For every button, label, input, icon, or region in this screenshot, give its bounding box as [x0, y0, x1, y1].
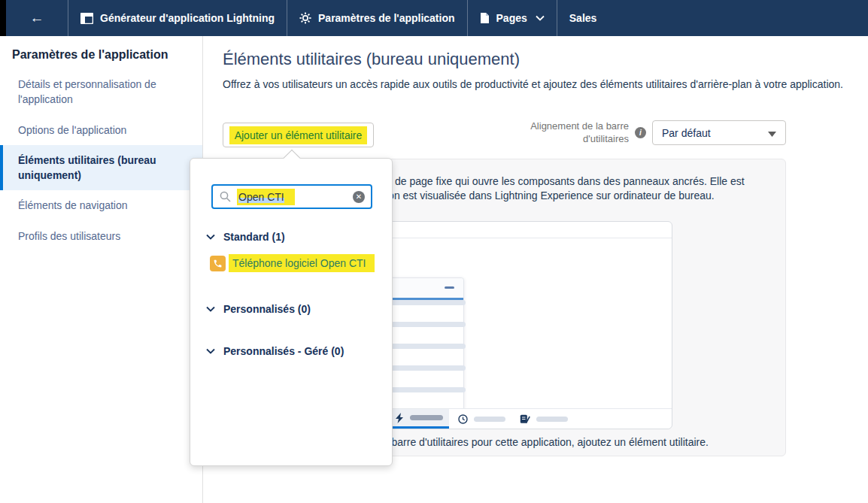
sidebar-item-app-details[interactable]: Détails et personnalisation de l'applica… [0, 69, 202, 115]
add-utility-item-popover: Open CTI ✕ Standard (1) Téléphone logici… [190, 158, 393, 466]
sidebar-item-utility-items[interactable]: Éléments utilitaires (bureau uniquement) [0, 145, 202, 191]
list-item-label: Téléphone logiciel Open CTI [229, 254, 375, 272]
section-standard-label: Standard (1) [223, 231, 285, 243]
phone-icon [210, 256, 226, 271]
clock-icon [458, 414, 468, 424]
sidebar-title: Paramètres de l'application [0, 36, 202, 69]
add-utility-item-button-label: Ajouter un élément utilitaire [229, 126, 368, 144]
page-icon [480, 12, 490, 24]
info-icon[interactable]: i [635, 127, 646, 138]
bolt-icon [396, 413, 404, 423]
sidebar-item-app-options[interactable]: Options de l'application [0, 115, 202, 145]
utility-bar-alignment-group: Alignement de la barre d'utilitaires i P… [522, 120, 786, 146]
chevron-down-icon [206, 348, 215, 354]
settings-sidebar: Paramètres de l'application Détails et p… [0, 36, 203, 503]
alignment-select-value: Par défaut [662, 127, 711, 139]
nav-item-app-name: Sales [557, 0, 609, 36]
window-edge [0, 0, 6, 36]
utility-search-input[interactable]: Open CTI ✕ [211, 184, 372, 209]
section-custom-managed[interactable]: Personnalisés - Géré (0) [206, 345, 344, 357]
back-arrow-icon: ← [30, 10, 44, 26]
gear-icon [299, 12, 311, 24]
clear-search-icon[interactable]: ✕ [353, 191, 365, 203]
nav-item-app-settings[interactable]: Paramètres de l'application [287, 0, 467, 36]
chevron-down-icon [536, 15, 545, 21]
section-custom[interactable]: Personnalisés (0) [206, 303, 311, 315]
search-icon [220, 191, 231, 202]
nav-item-label: Pages [496, 12, 527, 24]
search-value-highlight: Open CTI [237, 189, 295, 205]
back-button[interactable]: ← [6, 0, 68, 36]
nav-item-label: Générateur d'application Lightning [100, 12, 275, 24]
add-utility-item-button[interactable]: Ajouter un élément utilitaire [223, 123, 374, 147]
section-custom-label: Personnalisés (0) [223, 303, 311, 315]
nav-item-pages[interactable]: Pages [467, 0, 557, 36]
note-icon [520, 414, 530, 424]
page-description: Offrez à vos utilisateurs un accès rapid… [223, 78, 847, 90]
top-bar: ← Générateur d'application Lightning Par… [0, 0, 868, 36]
placeholder-pill [474, 417, 505, 422]
nav-item-label: Paramètres de l'application [318, 12, 455, 24]
list-item-open-cti-softphone[interactable]: Téléphone logiciel Open CTI [210, 254, 375, 272]
page-title: Éléments utilitaires (bureau uniquement) [223, 50, 520, 69]
illustration-tab-clock [449, 409, 511, 429]
section-standard[interactable]: Standard (1) [206, 231, 285, 243]
app-name-label: Sales [569, 12, 597, 24]
app-builder-icon [80, 13, 93, 24]
chevron-down-icon [206, 234, 215, 240]
nav-item-app-builder[interactable]: Générateur d'application Lightning [68, 0, 287, 36]
sidebar-item-navigation-items[interactable]: Éléments de navigation [0, 190, 202, 220]
section-custom-managed-label: Personnalisés - Géré (0) [223, 345, 344, 357]
sidebar-item-user-profiles[interactable]: Profils des utilisateurs [0, 221, 202, 251]
chevron-down-icon [206, 306, 215, 312]
illustration-tab-notes [511, 409, 583, 429]
minimize-icon [445, 286, 454, 289]
caret-down-icon [768, 127, 776, 139]
placeholder-pill [536, 417, 568, 422]
alignment-label: Alignement de la barre d'utilitaires [522, 120, 629, 146]
search-value: Open CTI [238, 191, 284, 203]
alignment-select[interactable]: Par défaut [652, 120, 786, 145]
placeholder-pill [410, 415, 443, 420]
